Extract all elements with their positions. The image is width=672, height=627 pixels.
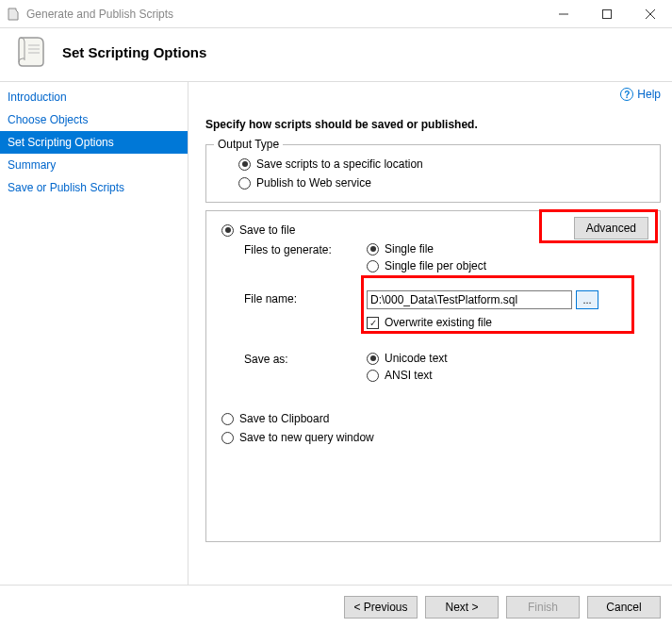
checkbox-label: Overwrite existing file xyxy=(385,316,492,329)
sidebar-item-set-scripting-options[interactable]: Set Scripting Options xyxy=(0,131,188,154)
help-label: Help xyxy=(637,88,661,101)
main-content: ? Help Specify how scripts should be sav… xyxy=(188,82,672,585)
sidebar-item-summary[interactable]: Summary xyxy=(0,154,188,176)
checkbox-overwrite-existing[interactable]: ✓ Overwrite existing file xyxy=(367,315,648,330)
radio-label: Save to Clipboard xyxy=(239,412,329,425)
radio-save-to-new-query[interactable]: Save to new query window xyxy=(218,428,648,447)
radio-ansi-text[interactable]: ANSI text xyxy=(367,368,648,383)
radio-icon xyxy=(221,224,234,237)
sidebar-item-introduction[interactable]: Introduction xyxy=(0,86,188,108)
app-icon xyxy=(6,7,21,22)
radio-icon xyxy=(221,432,234,444)
radio-label: Save to new query window xyxy=(239,431,374,444)
minimize-button[interactable] xyxy=(542,0,585,28)
radio-unicode-text[interactable]: Unicode text xyxy=(367,351,648,366)
browse-button[interactable]: ... xyxy=(576,290,598,309)
scroll-icon xyxy=(11,32,51,72)
radio-label: Publish to Web service xyxy=(256,176,371,190)
radio-label: Single file xyxy=(385,242,434,256)
sidebar-item-label: Summary xyxy=(8,158,56,172)
help-link[interactable]: ? Help xyxy=(620,88,661,101)
radio-save-specific-location[interactable]: Save scripts to a specific location xyxy=(218,155,648,173)
file-name-input[interactable] xyxy=(367,290,572,309)
sidebar-item-label: Save or Publish Scripts xyxy=(8,181,124,194)
files-to-generate-label: Files to generate: xyxy=(244,241,367,273)
radio-label: Save to file xyxy=(239,223,295,237)
wizard-footer: < Previous Next > Finish Cancel xyxy=(0,585,672,627)
sidebar-item-label: Choose Objects xyxy=(8,113,88,126)
window-controls xyxy=(542,0,672,28)
svg-rect-1 xyxy=(603,9,612,18)
wizard-header: Set Scripting Options xyxy=(0,28,672,82)
window-title: Generate and Publish Scripts xyxy=(26,8,542,21)
page-title: Set Scripting Options xyxy=(62,44,206,60)
radio-icon xyxy=(367,370,379,382)
finish-button: Finish xyxy=(506,596,580,619)
radio-label: Unicode text xyxy=(385,352,448,365)
help-icon: ? xyxy=(620,88,633,101)
previous-button[interactable]: < Previous xyxy=(344,596,418,619)
next-button[interactable]: Next > xyxy=(425,596,499,619)
radio-icon xyxy=(238,177,251,190)
radio-label: Single file per object xyxy=(385,259,486,272)
radio-icon xyxy=(221,413,234,425)
wizard-steps-sidebar: Introduction Choose Objects Set Scriptin… xyxy=(0,82,188,585)
advanced-button[interactable]: Advanced xyxy=(574,217,648,239)
close-button[interactable] xyxy=(629,0,672,28)
radio-single-file-per-object[interactable]: Single file per object xyxy=(367,258,648,273)
sidebar-item-choose-objects[interactable]: Choose Objects xyxy=(0,108,188,131)
radio-save-to-clipboard[interactable]: Save to Clipboard xyxy=(218,409,648,428)
output-type-fieldset: Output Type Save scripts to a specific l… xyxy=(205,144,661,203)
radio-icon xyxy=(367,260,379,272)
subtitle: Specify how scripts should be saved or p… xyxy=(205,118,661,131)
maximize-button[interactable] xyxy=(585,0,629,28)
output-type-legend: Output Type xyxy=(214,138,283,151)
radio-icon xyxy=(367,243,379,256)
checkbox-icon: ✓ xyxy=(367,317,379,329)
radio-single-file[interactable]: Single file xyxy=(367,241,648,256)
radio-label: Save scripts to a specific location xyxy=(256,157,423,171)
titlebar: Generate and Publish Scripts xyxy=(0,0,672,28)
sidebar-item-label: Introduction xyxy=(8,91,67,104)
save-options-fieldset: Save to file Advanced Files to generate:… xyxy=(205,210,661,542)
file-name-label: File name: xyxy=(244,290,367,330)
radio-label: ANSI text xyxy=(385,369,433,382)
cancel-button[interactable]: Cancel xyxy=(587,596,661,619)
radio-icon xyxy=(238,158,251,171)
radio-icon xyxy=(367,353,379,365)
radio-publish-web-service[interactable]: Publish to Web service xyxy=(218,173,648,192)
sidebar-item-label: Set Scripting Options xyxy=(8,136,114,149)
sidebar-item-save-or-publish[interactable]: Save or Publish Scripts xyxy=(0,176,188,199)
save-as-label: Save as: xyxy=(244,351,367,383)
